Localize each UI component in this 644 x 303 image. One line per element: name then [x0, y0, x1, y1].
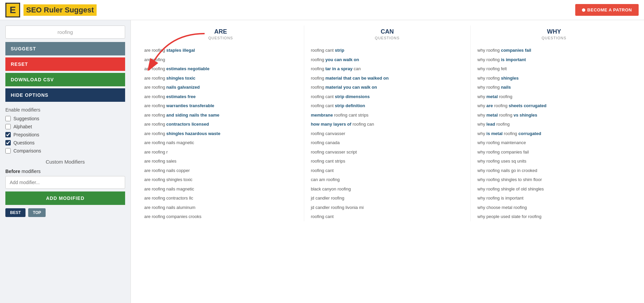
result-item[interactable]: are roofing contractors licensed	[144, 120, 297, 129]
result-item[interactable]: why are roofing sheets corrugated	[477, 101, 631, 111]
download-csv-button[interactable]: DOWNLOAD CSV	[5, 73, 125, 86]
result-item[interactable]: why lead roofing	[477, 120, 631, 129]
result-item[interactable]: are roofing r	[144, 147, 297, 157]
suggestions-label[interactable]: Suggestions	[13, 116, 39, 121]
column-header-are: AREQUESTIONS	[144, 26, 297, 40]
result-item[interactable]: why roofing uses sq units	[477, 157, 631, 166]
result-item[interactable]: why roofing nails go in crooked	[477, 166, 631, 175]
search-input[interactable]	[5, 26, 125, 39]
column-type-label: WHY	[477, 28, 631, 35]
result-item[interactable]: why choose metal roofing	[477, 203, 631, 212]
suggest-button[interactable]: SUGGEST	[5, 42, 125, 55]
result-item[interactable]: jd candler roofing	[311, 193, 464, 203]
result-item[interactable]: why roofing is important	[477, 193, 631, 203]
result-item[interactable]: can am roofing	[311, 175, 464, 184]
modifier-questions: Questions	[5, 140, 125, 145]
result-item[interactable]: why roofing maintenance	[477, 138, 631, 147]
add-modified-button[interactable]: ADD MODIFIED	[5, 191, 125, 205]
comparisons-checkbox[interactable]	[5, 148, 11, 154]
result-item[interactable]: jd candler roofing livonia mi	[311, 203, 464, 212]
result-item[interactable]: are roofing shingles toxic	[144, 175, 297, 184]
result-item[interactable]: membrane roofing cant strips	[311, 111, 464, 120]
result-item[interactable]: are roofing estimates negotiable	[144, 64, 297, 74]
modifiers-title: Enable modifiers	[5, 107, 125, 113]
patron-dot-icon	[582, 8, 585, 12]
column-subtype-label: QUESTIONS	[375, 36, 400, 40]
prepositions-label[interactable]: Prepositions	[13, 132, 39, 137]
app-title: SEO Ruler Suggest	[23, 4, 97, 16]
result-item[interactable]: why people used slate for roofing	[477, 212, 631, 221]
column-can: CANQUESTIONSroofing cant striproofing yo…	[304, 26, 471, 221]
results-columns: AREQUESTIONSare roofing staples illegala…	[138, 20, 637, 221]
result-item[interactable]: are roofing nails galvanized	[144, 83, 297, 92]
result-item[interactable]: are roofing shingles hazardous waste	[144, 129, 297, 138]
result-item[interactable]: are roofing companies crooks	[144, 212, 297, 221]
column-type-label: ARE	[144, 28, 297, 35]
result-item[interactable]: roofing material that can be walked on	[311, 74, 464, 83]
result-item[interactable]: roofing you can walk on	[311, 55, 464, 64]
prepositions-checkbox[interactable]	[5, 132, 11, 137]
result-item[interactable]: why roofing shingle of old shingles	[477, 184, 631, 194]
modifiers-section: Enable modifiers Suggestions Alphabet Pr…	[5, 107, 125, 154]
top-tag-button[interactable]: TOP	[28, 208, 46, 217]
reset-button[interactable]: RESET	[5, 57, 125, 71]
column-are: AREQUESTIONSare roofing staples illegala…	[138, 26, 304, 221]
best-tag-button[interactable]: BEST	[5, 208, 25, 217]
result-item[interactable]: why roofing is important	[477, 55, 631, 64]
result-item[interactable]: are roofing staples illegal	[144, 46, 297, 55]
result-item[interactable]: why metal roofing vs shingles	[477, 111, 631, 120]
result-item[interactable]: why roofing companies fail	[477, 147, 631, 157]
result-item[interactable]: are roofing nails aluminum	[144, 203, 297, 212]
result-item[interactable]: roofing canada	[311, 138, 464, 147]
result-item[interactable]: are roofing estimates free	[144, 92, 297, 101]
column-type-label: CAN	[311, 28, 464, 35]
result-item[interactable]: roofing canvasser	[311, 129, 464, 138]
result-item[interactable]: roofing tar in a spray can	[311, 64, 464, 74]
modifier-input[interactable]	[5, 176, 125, 189]
result-item[interactable]: roofing material you can walk on	[311, 83, 464, 92]
result-item[interactable]: roofing canvasser script	[311, 147, 464, 157]
patron-button[interactable]: BECOME A PATRON	[575, 4, 639, 16]
questions-checkbox[interactable]	[5, 140, 11, 145]
questions-label[interactable]: Questions	[13, 140, 35, 145]
result-item[interactable]: roofing cant strip	[311, 46, 464, 55]
result-item[interactable]: roofing cant	[311, 166, 464, 175]
result-item[interactable]: black canyon roofing	[311, 184, 464, 194]
result-item[interactable]: why roofing nails	[477, 83, 631, 92]
alphabet-label[interactable]: Alphabet	[13, 124, 32, 129]
main-layout: SUGGEST RESET DOWNLOAD CSV HIDE OPTIONS …	[0, 20, 644, 303]
header: E SEO Ruler Suggest BECOME A PATRON	[0, 0, 644, 20]
result-item[interactable]: why roofing shingles	[477, 74, 631, 83]
comparisons-label[interactable]: Comparisons	[13, 148, 41, 154]
column-subtype-label: QUESTIONS	[542, 36, 567, 40]
result-item[interactable]: why roofing shingles to shim floor	[477, 175, 631, 184]
result-item[interactable]: how many layers of roofing can	[311, 120, 464, 129]
alphabet-checkbox[interactable]	[5, 124, 11, 129]
result-item[interactable]: are roofing shingles toxic	[144, 74, 297, 83]
hide-options-button[interactable]: HIDE OPTIONS	[5, 88, 125, 102]
result-item[interactable]: are roofing	[144, 55, 297, 64]
content-area: AREQUESTIONSare roofing staples illegala…	[131, 20, 644, 303]
result-item[interactable]: are roofing nails magnetic	[144, 184, 297, 194]
result-item[interactable]: are roofing sales	[144, 157, 297, 166]
result-item[interactable]: are roofing warranties transferable	[144, 101, 297, 111]
logo-area: E SEO Ruler Suggest	[5, 3, 97, 17]
result-item[interactable]: why roofing felt	[477, 64, 631, 74]
logo-icon: E	[5, 3, 20, 17]
custom-modifiers-title: Custom Modifiers	[5, 159, 125, 165]
result-item[interactable]: roofing cant strip dimensions	[311, 92, 464, 101]
result-item[interactable]: why roofing companies fail	[477, 46, 631, 55]
tag-buttons: BEST TOP	[5, 208, 125, 217]
result-item[interactable]: are roofing nails magnetic	[144, 138, 297, 147]
result-item[interactable]: roofing cant strip definition	[311, 101, 464, 111]
result-item[interactable]: roofing cant strips	[311, 157, 464, 166]
result-item[interactable]: are roofing and siding nails the same	[144, 111, 297, 120]
before-label: Before modifiers	[5, 169, 125, 174]
result-item[interactable]: are roofing contractors llc	[144, 193, 297, 203]
column-why: WHYQUESTIONSwhy roofing companies failwh…	[471, 26, 637, 221]
result-item[interactable]: why metal roofing	[477, 92, 631, 101]
result-item[interactable]: why is metal roofing corrugated	[477, 129, 631, 138]
suggestions-checkbox[interactable]	[5, 116, 11, 121]
result-item[interactable]: are roofing nails copper	[144, 166, 297, 175]
result-item[interactable]: roofing cant	[311, 212, 464, 221]
